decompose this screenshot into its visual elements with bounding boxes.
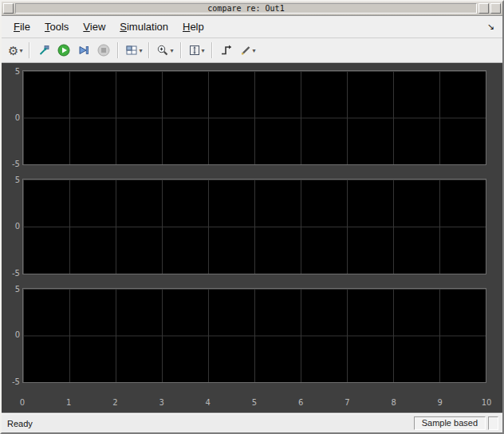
menu-file[interactable]: File	[6, 18, 37, 36]
x-tick-label: 10	[482, 398, 492, 407]
menu-simulation-key: S	[120, 21, 127, 33]
gear-icon: ⚙	[8, 45, 18, 57]
settings-button[interactable]: ⚙ ▾	[6, 41, 25, 60]
menu-tools[interactable]: Tools	[37, 18, 76, 36]
toolbar-separator	[29, 42, 30, 58]
toolbar-separator	[148, 42, 150, 58]
chevron-down-icon: ▾	[19, 47, 22, 54]
window-title: compare_re: Out1	[15, 3, 477, 14]
menu-view[interactable]: View	[76, 18, 112, 36]
x-tick-label: 9	[438, 398, 443, 407]
run-icon	[57, 44, 70, 57]
toolbar-separator	[180, 42, 182, 58]
layout-button[interactable]: ▾	[123, 41, 144, 60]
x-tick-label: 1	[66, 398, 71, 407]
window-maximize-button[interactable]	[490, 3, 501, 14]
y-tick-label: 5	[4, 67, 20, 76]
resize-grip[interactable]	[488, 416, 498, 430]
scale-axes-button[interactable]: ▾	[186, 41, 207, 60]
x-tick-label: 0	[20, 398, 25, 407]
x-axis-labels: 0 1 2 3 4 5 6 7 8 9 10	[22, 398, 486, 409]
step-forward-button[interactable]	[74, 41, 93, 60]
highlight-block-icon	[37, 44, 50, 57]
window-system-menu-button[interactable]	[3, 3, 14, 14]
cursor-measurements-button[interactable]: ▾	[237, 41, 258, 60]
menu-file-rest: ile	[20, 21, 30, 33]
x-tick-label: 7	[345, 398, 349, 407]
scope-display-panel: 5 0 -5 5 0 -5 5 0 -5 0 1 2 3 4 5 6 7 8 9…	[2, 63, 502, 413]
y-tick-label: 5	[4, 285, 20, 294]
status-text: Ready	[6, 419, 33, 428]
sample-mode-indicator: Sample based	[414, 416, 486, 430]
window-minimize-button[interactable]	[478, 3, 489, 14]
menu-tools-rest: ools	[49, 21, 69, 33]
y-tick-label: 5	[4, 176, 20, 184]
menu-help-rest: elp	[190, 21, 203, 33]
cursor-measurements-icon	[239, 44, 252, 57]
menu-help-key: H	[183, 21, 190, 33]
trigger-button[interactable]	[217, 41, 236, 60]
highlight-simulink-block-button[interactable]	[34, 41, 53, 60]
menu-simulation[interactable]: Simulation	[112, 18, 175, 36]
y-tick-label: 0	[4, 113, 20, 122]
menu-bar: File Tools View Simulation Help ↘	[2, 16, 502, 38]
y-tick-label: -5	[4, 269, 20, 278]
y-tick-label: -5	[4, 160, 20, 168]
x-tick-label: 8	[391, 398, 396, 407]
chevron-down-icon: ▾	[202, 47, 205, 54]
x-tick-label: 5	[252, 398, 257, 407]
menu-file-key: F	[14, 21, 20, 33]
status-bar: Ready Sample based	[2, 413, 502, 432]
step-forward-icon	[77, 44, 90, 57]
layout-icon	[125, 44, 138, 57]
chevron-down-icon: ▾	[253, 47, 256, 54]
zoom-button[interactable]: ▾	[154, 41, 175, 60]
y-tick-label: -5	[4, 377, 20, 386]
stop-icon	[97, 44, 110, 57]
trigger-icon	[220, 44, 233, 57]
zoom-in-icon	[156, 44, 169, 57]
dock-arrow-icon[interactable]: ↘	[484, 22, 498, 32]
chevron-down-icon: ▾	[170, 47, 173, 54]
menu-simulation-rest: imulation	[127, 21, 168, 33]
x-tick-label: 4	[206, 398, 211, 407]
y-tick-label: 0	[4, 330, 20, 339]
axes-2[interactable]: 5 0 -5	[22, 179, 486, 274]
x-tick-label: 6	[298, 398, 303, 407]
toolbar: ⚙ ▾	[2, 38, 502, 63]
menu-view-key: V	[83, 21, 89, 33]
scale-axes-icon	[188, 44, 201, 57]
run-button[interactable]	[54, 41, 73, 60]
stop-button[interactable]	[94, 41, 113, 60]
x-tick-label: 3	[159, 398, 163, 407]
chevron-down-icon: ▾	[139, 47, 142, 54]
toolbar-separator	[117, 42, 119, 58]
title-bar: compare_re: Out1	[2, 2, 502, 16]
menu-help[interactable]: Help	[175, 18, 211, 36]
scope-window: compare_re: Out1 File Tools View Simulat…	[0, 0, 504, 434]
y-tick-label: 0	[4, 222, 20, 231]
axes-3[interactable]: 5 0 -5	[22, 288, 486, 383]
x-tick-label: 2	[112, 398, 117, 407]
axes-1[interactable]: 5 0 -5	[22, 70, 486, 165]
toolbar-separator	[211, 42, 213, 58]
menu-view-rest: iew	[90, 21, 106, 33]
